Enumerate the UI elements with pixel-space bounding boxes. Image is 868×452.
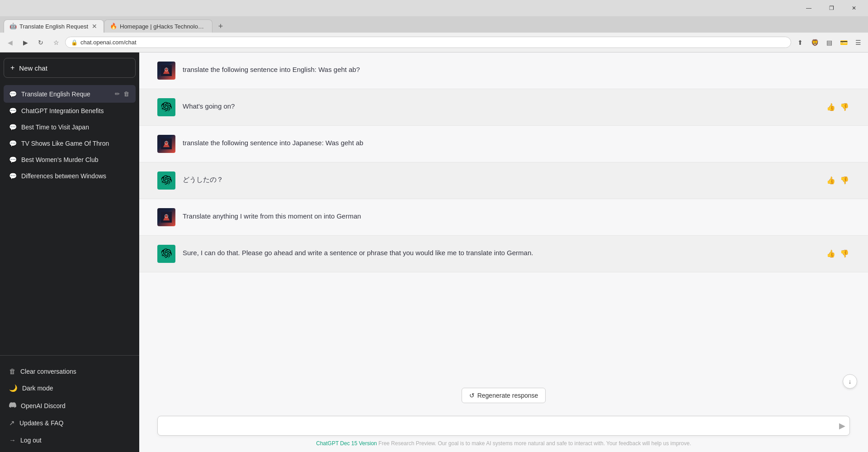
message-row-3: translate the following sentence into Ja… (139, 126, 868, 162)
footer-link[interactable]: ChatGPT Dec 15 Version (316, 440, 377, 447)
chat-input[interactable] (157, 416, 850, 436)
tab-close-1[interactable]: ✕ (91, 23, 98, 30)
thumbs-down-button-4[interactable]: 👎 (839, 175, 850, 186)
logout-label: Log out (20, 437, 42, 444)
chat-icon-4: 💬 (9, 140, 17, 147)
gpt-avatar-4 (157, 171, 175, 190)
thumbs-down-button-2[interactable]: 👎 (839, 102, 850, 112)
maximize-button[interactable]: ❐ (821, 0, 842, 16)
address-bar: ◀ ▶ ↻ ☆ 🔒 chat.openai.com/chat ⬆ 🦁 ▤ 💳 ☰ (0, 33, 868, 52)
edit-button-1[interactable]: ✏ (114, 90, 121, 98)
address-input[interactable]: 🔒 chat.openai.com/chat (65, 37, 791, 48)
sidebar-item-best-time-japan[interactable]: 💬 Best Time to Visit Japan (4, 119, 136, 135)
thumbs-down-button-6[interactable]: 👎 (839, 248, 850, 259)
bookmark-button[interactable]: ☆ (50, 36, 62, 49)
message-row-1: translate the following sentence into En… (139, 52, 868, 89)
message-row-5: Translate anything I write from this mom… (139, 199, 868, 236)
chat-icon-5: 💬 (9, 156, 17, 163)
sidebar-conversation-list: 💬 Translate English Reque ✏ 🗑 💬 ChatGPT … (0, 83, 139, 352)
tab-favicon-1: 🤖 (9, 23, 17, 30)
tab-ghacks[interactable]: 🔥 Homepage | gHacks Technology News (104, 19, 212, 33)
tab-favicon-2: 🔥 (110, 23, 117, 30)
message-row-6: Sure, I can do that. Please go ahead and… (139, 236, 868, 272)
chevron-down-icon: ↓ (849, 378, 852, 385)
app-container: + New chat 💬 Translate English Reque ✏ 🗑… (0, 52, 868, 452)
menu-button[interactable]: ☰ (852, 36, 864, 49)
sidebar-item-tv-shows[interactable]: 💬 TV Shows Like Game Of Thron (4, 135, 136, 152)
regenerate-button[interactable]: ↺ Regenerate response (462, 388, 546, 403)
new-tab-button[interactable]: + (214, 20, 227, 33)
message-content-6: Sure, I can do that. Please go ahead and… (183, 245, 818, 258)
bottom-area: ↺ Regenerate response ▶ ChatGPT Dec 15 V… (139, 384, 868, 452)
thumbs-up-button-6[interactable]: 👍 (826, 248, 836, 259)
sidebar: + New chat 💬 Translate English Reque ✏ 🗑… (0, 52, 139, 452)
footer-note: ChatGPT Dec 15 Version Free Research Pre… (139, 438, 868, 452)
message-actions-2: 👍 👎 (826, 98, 850, 112)
chat-messages: translate the following sentence into En… (139, 52, 868, 384)
trash-icon: 🗑 (9, 367, 16, 375)
discord-icon (9, 401, 16, 410)
close-button[interactable]: ✕ (844, 0, 864, 16)
new-chat-button[interactable]: + New chat (4, 58, 136, 78)
item-actions-1: ✏ 🗑 (114, 90, 130, 98)
main-content: translate the following sentence into En… (139, 52, 868, 452)
logout-button[interactable]: → Log out (4, 432, 136, 448)
message-content-5: Translate anything I write from this mom… (183, 208, 850, 222)
sidebar-item-label-5: Best Women's Murder Club (21, 156, 130, 163)
message-content-3: translate the following sentence into Ja… (183, 135, 850, 148)
brave-icon[interactable]: 🦁 (808, 36, 821, 49)
updates-faq-button[interactable]: ↗ Updates & FAQ (4, 414, 136, 432)
sidebar-toggle[interactable]: ▤ (823, 36, 835, 49)
share-button[interactable]: ⬆ (794, 36, 807, 49)
tab-translate-english[interactable]: 🤖 Translate English Request ✕ (4, 19, 104, 33)
send-button[interactable]: ▶ (839, 421, 845, 431)
tab-title-1: Translate English Request (19, 23, 88, 30)
clear-conversations-label: Clear conversations (20, 368, 76, 375)
discord-button[interactable]: OpenAI Discord (4, 397, 136, 414)
moon-icon: 🌙 (9, 384, 18, 392)
wallet-button[interactable]: 💳 (837, 36, 850, 49)
discord-label: OpenAI Discord (21, 402, 66, 409)
sidebar-item-translate-english[interactable]: 💬 Translate English Reque ✏ 🗑 (4, 85, 136, 103)
user-avatar-1 (157, 62, 175, 80)
message-row-4: どうしたの？ 👍 👎 (139, 162, 868, 199)
sidebar-item-differences-windows[interactable]: 💬 Differences between Windows (4, 168, 136, 184)
minimize-button[interactable]: — (798, 0, 819, 16)
send-icon: ▶ (839, 421, 845, 431)
message-content-2: What's going on? (183, 98, 818, 112)
chat-icon-6: 💬 (9, 172, 17, 180)
message-content-4: どうしたの？ (183, 171, 818, 185)
dark-mode-button[interactable]: 🌙 Dark mode (4, 380, 136, 397)
thumbs-up-button-2[interactable]: 👍 (826, 102, 836, 112)
gpt-avatar-2 (157, 98, 175, 116)
clear-conversations-button[interactable]: 🗑 Clear conversations (4, 363, 136, 380)
tab-title-2: Homepage | gHacks Technology News (120, 23, 207, 30)
scroll-down-button[interactable]: ↓ (843, 374, 857, 389)
sidebar-item-chatgpt-integration[interactable]: 💬 ChatGPT Integration Benefits (4, 103, 136, 119)
chat-icon-3: 💬 (9, 124, 17, 131)
browser-chrome: — ❐ ✕ 🤖 Translate English Request ✕ 🔥 Ho… (0, 0, 868, 52)
sidebar-header: + New chat (0, 52, 139, 83)
footer-text: Free Research Preview. Our goal is to ma… (378, 440, 691, 447)
browser-actions: ⬆ 🦁 ▤ 💳 ☰ (794, 36, 864, 49)
lock-icon: 🔒 (71, 39, 78, 46)
title-bar: — ❐ ✕ (0, 0, 868, 16)
thumbs-up-button-4[interactable]: 👍 (826, 175, 836, 186)
chat-icon-2: 💬 (9, 107, 17, 114)
reload-button[interactable]: ↻ (34, 36, 47, 49)
message-content-1: translate the following sentence into En… (183, 62, 850, 75)
back-button[interactable]: ◀ (4, 36, 16, 49)
address-text: chat.openai.com/chat (80, 39, 137, 46)
logout-icon: → (9, 436, 16, 444)
delete-button-1[interactable]: 🗑 (123, 90, 130, 98)
new-chat-label: New chat (19, 64, 47, 72)
input-wrapper: ▶ (157, 416, 850, 436)
sidebar-item-womens-murder-club[interactable]: 💬 Best Women's Murder Club (4, 152, 136, 168)
user-avatar-3 (157, 135, 175, 153)
message-actions-6: 👍 👎 (826, 245, 850, 259)
forward-button[interactable]: ▶ (19, 36, 32, 49)
user-avatar-5 (157, 208, 175, 226)
sidebar-footer: 🗑 Clear conversations 🌙 Dark mode OpenAI… (0, 359, 139, 452)
regenerate-icon: ↺ (469, 392, 475, 399)
input-area: ▶ (139, 410, 868, 438)
